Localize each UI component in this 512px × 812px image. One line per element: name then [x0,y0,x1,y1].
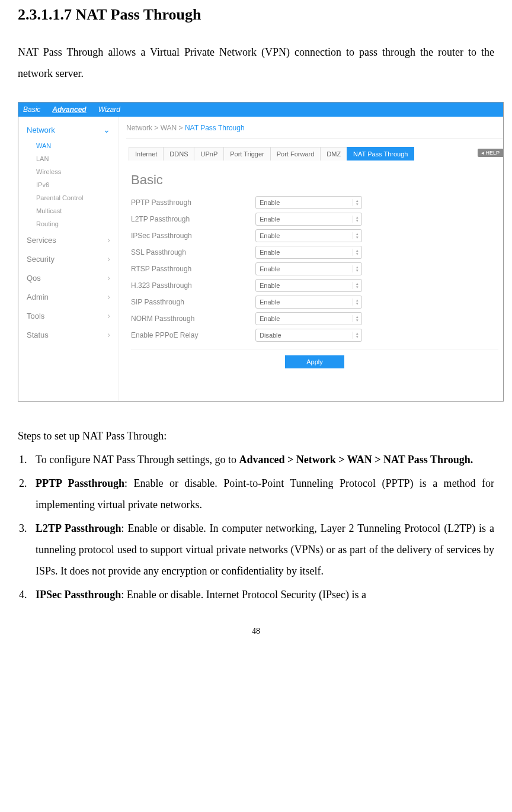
sidebar-item-wan[interactable]: WAN [18,139,119,152]
sidebar-security-label: Security [27,255,55,264]
select-value: Enable [260,199,280,206]
tab-internet[interactable]: Internet [129,147,164,161]
spinner-icon: ▴▾ [356,249,359,256]
nav-wizard[interactable]: Wizard [98,105,120,114]
row-sip: SIP Passthrough Enable▴▾ [126,296,503,309]
select-value: Enable [260,299,280,306]
nav-basic[interactable]: Basic [23,105,40,114]
tab-dmz[interactable]: DMZ [320,147,347,161]
intro-paragraph: NAT Pass Through allows a Virtual Privat… [18,41,494,84]
sidebar-item-routing[interactable]: Routing [18,217,119,230]
steps-intro: Steps to set up NAT Pass Through: [18,425,494,447]
label-l2tp: L2TP Passthrough [131,215,255,223]
spinner-icon: ▴▾ [356,332,359,339]
help-button[interactable]: ◂ HELP [478,149,503,157]
step-bold: L2TP Passthrough [36,522,121,534]
step-text: To configure NAT Pass Through settings, … [36,454,239,466]
tab-port-forward[interactable]: Port Forward [270,147,321,161]
spinner-icon: ▴▾ [356,315,359,322]
divider [131,349,498,349]
select-pppoe[interactable]: Disable▴▾ [255,329,362,342]
spinner-icon: ▴▾ [356,216,359,223]
step-3: L2TP Passthrough: Enable or disable. In … [30,518,494,582]
step-4: IPSec Passthrough: Enable or disable. In… [30,584,494,605]
nav-advanced[interactable]: Advanced [52,105,86,114]
tab-nat-passthrough[interactable]: NAT Pass Through [347,147,414,161]
label-pppoe: Enable PPPoE Relay [131,331,255,339]
sidebar-qos[interactable]: Qos › [18,268,119,287]
chevron-down-icon: ⌄ [103,125,110,134]
step-bold: PPTP Passthrough [36,477,124,489]
sidebar-services-label: Services [27,236,56,245]
help-label: HELP [485,150,500,156]
sidebar-item-wireless[interactable]: Wireless [18,165,119,178]
sidebar-status[interactable]: Status › [18,325,119,344]
select-pptp[interactable]: Enable▴▾ [255,196,362,209]
label-ipsec: IPSec Passthrough [131,232,255,240]
row-l2tp: L2TP Passthrough Enable▴▾ [126,213,503,226]
sidebar-item-ipv6[interactable]: IPv6 [18,178,119,191]
select-ipsec[interactable]: Enable▴▾ [255,229,362,242]
chevron-right-icon: › [107,273,110,283]
chevron-right-icon: › [107,254,110,264]
select-value: Enable [260,249,280,256]
sidebar: Network ⌄ WAN LAN Wireless IPv6 Parental… [18,117,119,401]
form-section-title: Basic [131,172,503,188]
label-h323: H.323 Passthrough [131,281,255,290]
row-ssl: SSL Passthrough Enable▴▾ [126,246,503,259]
sidebar-item-parental[interactable]: Parental Control [18,191,119,204]
tab-ddns[interactable]: DDNS [163,147,194,161]
tab-bar: Internet DDNS UPnP Port Trigger Port For… [129,147,503,161]
label-pptp: PPTP Passthrough [131,198,255,207]
sidebar-item-multicast[interactable]: Multicast [18,204,119,217]
sidebar-network-label: Network [27,126,55,134]
breadcrumb: Network > WAN > NAT Pass Through [126,121,503,139]
label-norm: NORM Passthrough [131,314,255,323]
select-value: Enable [260,216,280,223]
sidebar-status-label: Status [27,330,49,339]
label-rtsp: RTSP Passthrough [131,265,255,273]
chevron-right-icon: › [107,330,110,339]
top-nav: Basic Advanced Wizard [18,102,503,117]
chevron-right-icon: › [107,292,110,301]
tab-upnp[interactable]: UPnP [194,147,224,161]
row-rtsp: RTSP Passthrough Enable▴▾ [126,262,503,275]
back-arrow-icon: ◂ [481,150,484,156]
row-norm: NORM Passthrough Enable▴▾ [126,312,503,325]
router-ui-screenshot: Basic Advanced Wizard Network ⌄ WAN LAN … [18,102,504,402]
section-heading: 2.3.1.1.7 NAT Pass Through [18,6,494,24]
select-rtsp[interactable]: Enable▴▾ [255,262,362,275]
sidebar-security[interactable]: Security › [18,249,119,268]
apply-button[interactable]: Apply [285,355,344,368]
select-value: Enable [260,265,280,272]
select-value: Disable [260,332,281,339]
select-l2tp[interactable]: Enable▴▾ [255,213,362,226]
sidebar-services[interactable]: Services › [18,230,119,249]
spinner-icon: ▴▾ [356,199,359,206]
row-pppoe: Enable PPPoE Relay Disable▴▾ [126,329,503,342]
sidebar-tools[interactable]: Tools › [18,306,119,325]
select-value: Enable [260,315,280,322]
step-text: : Enable or disable. Internet Protocol S… [121,589,366,601]
sidebar-admin-label: Admin [27,293,49,301]
sidebar-admin[interactable]: Admin › [18,287,119,306]
breadcrumb-prefix: Network > WAN > [126,124,185,132]
chevron-right-icon: › [107,311,110,320]
sidebar-item-lan[interactable]: LAN [18,152,119,165]
sidebar-network[interactable]: Network ⌄ [18,120,119,139]
select-h323[interactable]: Enable▴▾ [255,279,362,292]
spinner-icon: ▴▾ [356,232,359,239]
spinner-icon: ▴▾ [356,282,359,289]
tab-port-trigger[interactable]: Port Trigger [223,147,270,161]
page-number: 48 [18,627,494,636]
row-h323: H.323 Passthrough Enable▴▾ [126,279,503,292]
select-ssl[interactable]: Enable▴▾ [255,246,362,259]
sidebar-qos-label: Qos [27,274,41,283]
sidebar-tools-label: Tools [27,312,44,320]
select-sip[interactable]: Enable▴▾ [255,296,362,309]
select-value: Enable [260,232,280,239]
select-norm[interactable]: Enable▴▾ [255,312,362,325]
chevron-right-icon: › [107,235,110,245]
select-value: Enable [260,282,280,289]
content-area: Network > WAN > NAT Pass Through Interne… [119,117,503,401]
